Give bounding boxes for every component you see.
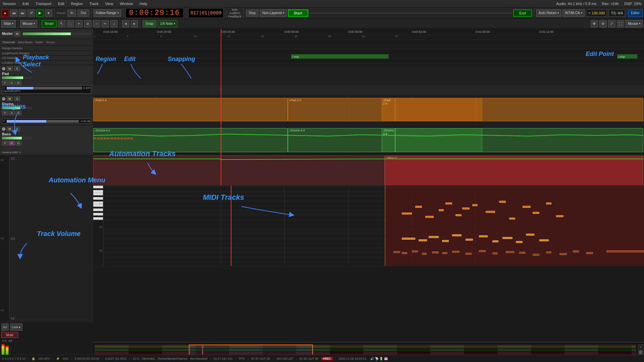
loop-btn[interactable]: ↺ xyxy=(28,9,35,17)
pad-track-body[interactable]: ♪Pad-2.4 ♪Pad-2.5 ♪Pad-2.6 xyxy=(93,95,644,125)
midi-note-c3[interactable] xyxy=(412,250,418,252)
midi-note-5[interactable] xyxy=(445,202,452,204)
midi-note-2[interactable] xyxy=(415,206,422,208)
menu-edit2[interactable]: Edit xyxy=(57,2,66,6)
prev-marker[interactable]: ◂ xyxy=(122,20,129,27)
rec-mode-btn[interactable]: Non-Layered xyxy=(260,9,286,17)
follow-range-btn[interactable]: Follow Range xyxy=(94,9,121,17)
midi-note-c4[interactable] xyxy=(422,253,427,255)
auto-return-btn[interactable]: Auto Return xyxy=(536,9,561,17)
midi-note-c14[interactable] xyxy=(546,251,551,253)
drums-s-btn[interactable]: S xyxy=(14,97,20,101)
pad-s-btn[interactable]: S xyxy=(14,66,20,71)
drums-p-btn[interactable]: P xyxy=(2,111,8,115)
midi-note-c9[interactable] xyxy=(479,250,486,252)
rewind-btn[interactable]: ⏮ xyxy=(10,9,17,17)
start-marker-btn[interactable]: Start xyxy=(288,9,308,17)
snap-btn[interactable]: Snap xyxy=(143,20,156,27)
pad-a-btn[interactable]: A xyxy=(9,80,15,85)
slide-btn[interactable]: Slide xyxy=(1,20,16,27)
bass-g-btn[interactable]: G xyxy=(15,141,21,145)
pad-clip-3-marker[interactable]: ♪Pad-2.6 xyxy=(382,98,395,121)
midi-note-b12[interactable] xyxy=(539,239,549,241)
midi-note-7[interactable] xyxy=(462,207,470,209)
midi-note-b4[interactable] xyxy=(442,240,449,242)
midi-note-b6[interactable] xyxy=(466,239,473,241)
barsbats-label[interactable]: Bars:Beats xyxy=(18,41,33,44)
midi-note-10[interactable] xyxy=(499,201,506,203)
cd-markers-label[interactable]: CD Markers xyxy=(2,56,18,60)
lock-btn[interactable]: Lock ▸ xyxy=(10,323,22,331)
menu-session[interactable]: Session xyxy=(1,2,17,6)
cursor-tool[interactable]: ↖ xyxy=(58,20,65,27)
midi-note-b3[interactable] xyxy=(429,236,439,238)
midi-note-13[interactable] xyxy=(533,212,539,214)
midi-note-c7[interactable] xyxy=(452,251,460,253)
mouse-right-btn[interactable]: Mouse xyxy=(626,20,643,27)
loop-region[interactable]: Loop xyxy=(291,54,388,59)
loop-region-2[interactable]: Loop xyxy=(617,54,637,59)
bass-p-btn[interactable]: P xyxy=(2,141,8,145)
midi-note-c15[interactable] xyxy=(559,253,567,255)
drums-record-arm[interactable] xyxy=(2,97,5,101)
bass-fader[interactable] xyxy=(2,137,32,139)
stop-labeled-btn[interactable]: Stop xyxy=(246,9,259,17)
midi-note-8[interactable] xyxy=(472,204,478,206)
stretch-tool[interactable]: ↔ xyxy=(93,20,100,27)
bass-record-arm[interactable] xyxy=(2,127,5,131)
ffwd-btn[interactable]: ⏭ xyxy=(19,9,26,17)
zoom-fit[interactable]: ⤢ xyxy=(608,20,615,27)
pad-clip-4[interactable] xyxy=(395,98,643,121)
bass-s-btn[interactable]: S xyxy=(14,127,20,131)
cut-tool[interactable]: ✂ xyxy=(75,20,83,27)
drums-m-btn[interactable]: M xyxy=(7,97,13,101)
midi-track-body[interactable]: C4 C3 C2 xyxy=(93,186,644,266)
end-marker-btn[interactable]: End xyxy=(513,9,532,17)
menu-track[interactable]: Track xyxy=(88,2,100,6)
looppunch-label[interactable]: Loop/Punch Ranges xyxy=(2,52,30,55)
iso-btn[interactable]: Iso xyxy=(1,323,9,331)
bass-a-btn[interactable]: A xyxy=(9,141,15,145)
editor-btn[interactable]: Editor xyxy=(628,9,643,17)
meter-label[interactable]: Meter xyxy=(35,41,43,44)
master-fader[interactable] xyxy=(23,33,91,35)
drums-plugin-close[interactable]: ✕ xyxy=(3,120,5,123)
timecode-label[interactable]: Timecode xyxy=(2,41,15,44)
menu-transport[interactable]: Transport xyxy=(34,2,53,6)
play-btn[interactable]: ▶ xyxy=(36,9,44,17)
midi-note-long[interactable] xyxy=(606,250,644,252)
next-marker[interactable]: ▸ xyxy=(131,20,138,27)
midi-note-c5[interactable] xyxy=(432,251,439,253)
midi-note-9[interactable] xyxy=(486,211,495,213)
pad-plugin-close[interactable]: ✕ xyxy=(3,86,5,89)
midi-note-11[interactable] xyxy=(509,218,515,220)
midi-note-c13[interactable] xyxy=(533,254,539,256)
pad-clip-1[interactable]: ♪Pad-2.4 xyxy=(93,98,288,121)
pad-g-btn[interactable]: G xyxy=(15,80,21,85)
int-mclk-btn[interactable]: INT/M-Clk xyxy=(562,9,585,17)
tempo-display[interactable]: = 130.000 xyxy=(586,9,607,17)
midi-note-b2[interactable] xyxy=(419,239,427,241)
pad-record-arm[interactable] xyxy=(2,67,5,70)
menu-edit[interactable]: Edit xyxy=(21,2,30,6)
midi-note-c6[interactable] xyxy=(442,252,447,254)
drums-fader[interactable] xyxy=(2,107,32,109)
drums-g-btn[interactable]: G xyxy=(15,111,21,115)
midi-note-4[interactable] xyxy=(439,209,444,211)
zoom-out[interactable]: ⊖ xyxy=(599,20,607,27)
midi-note-14[interactable] xyxy=(546,202,551,204)
punch-in-btn[interactable]: In xyxy=(67,9,76,17)
punch-out-btn[interactable]: Out xyxy=(77,9,89,17)
erase-tool[interactable]: ⊘ xyxy=(84,20,92,27)
location-markers-label[interactable]: Location Markers xyxy=(2,61,25,64)
pad-fader[interactable] xyxy=(2,76,32,79)
mouse-mode-btn[interactable]: Mouse xyxy=(20,20,37,27)
fullscreen[interactable]: ⛶ xyxy=(617,20,624,27)
bass-track-body[interactable]: ♪Bass-2 xyxy=(93,156,644,186)
midi-note-c11[interactable] xyxy=(506,251,514,253)
midi-note-b10[interactable] xyxy=(516,241,523,243)
midi-note-c2[interactable] xyxy=(402,252,407,254)
note-size-btn[interactable]: 1/8 Note xyxy=(158,20,177,27)
tempo-label-ruler[interactable]: Tempo xyxy=(46,41,55,44)
range-markers-label[interactable]: Range Markers xyxy=(2,47,23,50)
